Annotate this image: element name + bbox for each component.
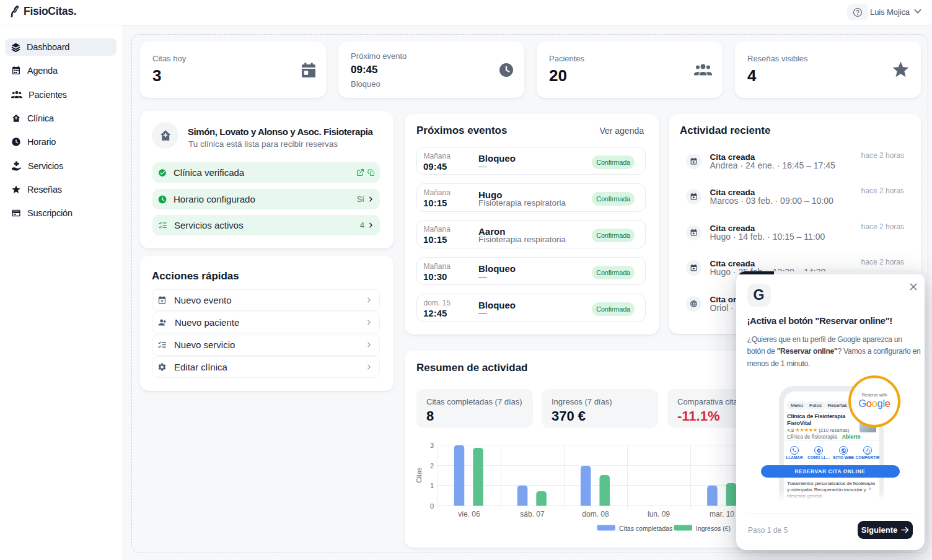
svg-text:Citas completadas: Citas completadas [619,525,672,532]
svg-text:0: 0 [430,502,434,510]
svg-text:2: 2 [430,462,434,470]
svg-text:mar. 10: mar. 10 [710,510,734,518]
svg-text:dom. 08: dom. 08 [582,510,609,518]
svg-text:vie. 06: vie. 06 [458,510,480,518]
svg-text:1: 1 [430,482,434,489]
svg-text:Citas: Citas [415,467,423,483]
svg-text:3: 3 [430,442,434,449]
svg-text:lun. 09: lun. 09 [648,510,670,518]
svg-text:sáb. 07: sáb. 07 [520,510,545,518]
svg-text:Ingresos (€): Ingresos (€) [696,525,731,532]
